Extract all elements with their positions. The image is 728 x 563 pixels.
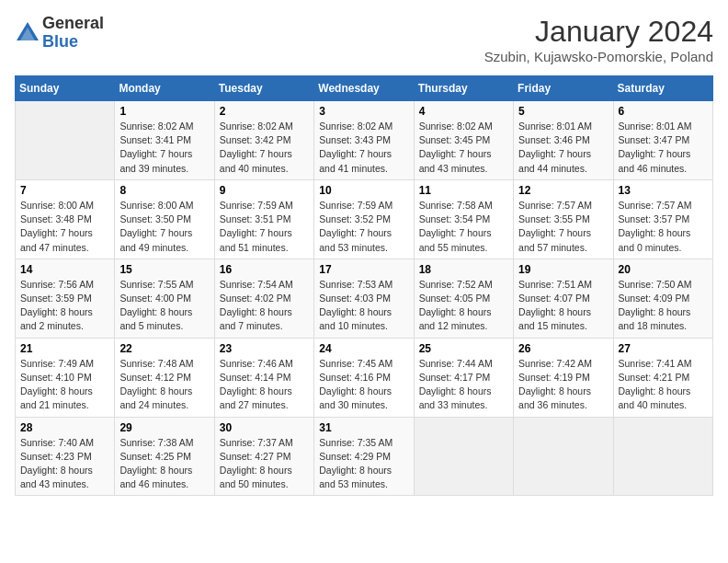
day-info: Sunrise: 7:38 AMSunset: 4:25 PMDaylight:…	[119, 436, 209, 492]
logo-icon	[15, 20, 40, 46]
day-number: 29	[119, 421, 209, 434]
day-info: Sunrise: 7:51 AMSunset: 4:07 PMDaylight:…	[518, 278, 608, 334]
day-number: 26	[518, 342, 608, 355]
day-info: Sunrise: 7:40 AMSunset: 4:23 PMDaylight:…	[20, 436, 109, 492]
day-number: 12	[518, 184, 608, 197]
weekday-header: Tuesday	[214, 76, 313, 101]
calendar-cell: 27Sunrise: 7:41 AMSunset: 4:21 PMDayligh…	[613, 338, 712, 417]
page-header: General Blue January 2024 Szubin, Kujaws…	[15, 15, 713, 64]
day-info: Sunrise: 7:35 AMSunset: 4:29 PMDaylight:…	[319, 436, 408, 492]
day-number: 16	[220, 263, 309, 276]
day-info: Sunrise: 8:01 AMSunset: 3:47 PMDaylight:…	[619, 120, 708, 176]
calendar-cell: 3Sunrise: 8:02 AMSunset: 3:43 PMDaylight…	[314, 101, 414, 180]
day-info: Sunrise: 7:48 AMSunset: 4:12 PMDaylight:…	[119, 357, 209, 413]
calendar-cell: 6Sunrise: 8:01 AMSunset: 3:47 PMDaylight…	[613, 101, 712, 180]
day-info: Sunrise: 7:57 AMSunset: 3:57 PMDaylight:…	[619, 199, 708, 255]
calendar-cell: 19Sunrise: 7:51 AMSunset: 4:07 PMDayligh…	[514, 259, 613, 338]
day-info: Sunrise: 8:02 AMSunset: 3:43 PMDaylight:…	[319, 120, 408, 176]
day-number: 14	[20, 263, 109, 276]
day-number: 4	[419, 105, 508, 118]
day-number: 1	[119, 105, 209, 118]
calendar-week-row: 28Sunrise: 7:40 AMSunset: 4:23 PMDayligh…	[16, 417, 713, 496]
day-number: 27	[619, 342, 708, 355]
calendar-cell: 2Sunrise: 8:02 AMSunset: 3:42 PMDaylight…	[214, 101, 313, 180]
day-info: Sunrise: 7:46 AMSunset: 4:14 PMDaylight:…	[220, 357, 309, 413]
day-number: 6	[619, 105, 708, 118]
day-number: 17	[319, 263, 408, 276]
calendar-cell	[16, 101, 115, 180]
day-number: 5	[518, 105, 608, 118]
calendar-week-row: 21Sunrise: 7:49 AMSunset: 4:10 PMDayligh…	[16, 338, 713, 417]
weekday-header: Saturday	[613, 76, 712, 101]
day-info: Sunrise: 7:59 AMSunset: 3:52 PMDaylight:…	[319, 199, 408, 255]
day-number: 15	[119, 263, 209, 276]
day-number: 3	[319, 105, 408, 118]
day-info: Sunrise: 7:57 AMSunset: 3:55 PMDaylight:…	[518, 199, 608, 255]
day-number: 24	[319, 342, 408, 355]
day-info: Sunrise: 7:59 AMSunset: 3:51 PMDaylight:…	[220, 199, 309, 255]
calendar-cell: 26Sunrise: 7:42 AMSunset: 4:19 PMDayligh…	[514, 338, 613, 417]
calendar-cell: 31Sunrise: 7:35 AMSunset: 4:29 PMDayligh…	[314, 417, 414, 496]
logo: General Blue	[15, 15, 104, 52]
logo-text: General Blue	[42, 15, 104, 52]
day-info: Sunrise: 8:00 AMSunset: 3:50 PMDaylight:…	[119, 199, 209, 255]
calendar-cell: 28Sunrise: 7:40 AMSunset: 4:23 PMDayligh…	[16, 417, 115, 496]
day-info: Sunrise: 7:49 AMSunset: 4:10 PMDaylight:…	[20, 357, 109, 413]
day-number: 22	[119, 342, 209, 355]
weekday-header: Thursday	[414, 76, 513, 101]
calendar-cell	[414, 417, 513, 496]
day-number: 19	[518, 263, 608, 276]
day-info: Sunrise: 7:55 AMSunset: 4:00 PMDaylight:…	[119, 278, 209, 334]
day-info: Sunrise: 7:45 AMSunset: 4:16 PMDaylight:…	[319, 357, 408, 413]
calendar-cell: 17Sunrise: 7:53 AMSunset: 4:03 PMDayligh…	[314, 259, 414, 338]
calendar-week-row: 7Sunrise: 8:00 AMSunset: 3:48 PMDaylight…	[16, 179, 713, 259]
calendar-cell: 18Sunrise: 7:52 AMSunset: 4:05 PMDayligh…	[414, 259, 513, 338]
calendar-cell: 1Sunrise: 8:02 AMSunset: 3:41 PMDaylight…	[115, 101, 214, 180]
day-number: 10	[319, 184, 408, 197]
calendar-cell: 11Sunrise: 7:58 AMSunset: 3:54 PMDayligh…	[414, 179, 513, 259]
calendar-cell: 4Sunrise: 8:02 AMSunset: 3:45 PMDaylight…	[414, 101, 513, 180]
calendar-cell: 25Sunrise: 7:44 AMSunset: 4:17 PMDayligh…	[414, 338, 513, 417]
calendar-week-row: 14Sunrise: 7:56 AMSunset: 3:59 PMDayligh…	[16, 259, 713, 338]
calendar-cell: 15Sunrise: 7:55 AMSunset: 4:00 PMDayligh…	[115, 259, 214, 338]
day-number: 7	[20, 184, 109, 197]
day-info: Sunrise: 8:02 AMSunset: 3:42 PMDaylight:…	[220, 120, 309, 176]
weekday-header: Monday	[115, 76, 214, 101]
day-info: Sunrise: 8:01 AMSunset: 3:46 PMDaylight:…	[518, 120, 608, 176]
day-info: Sunrise: 7:52 AMSunset: 4:05 PMDaylight:…	[419, 278, 508, 334]
calendar-cell: 5Sunrise: 8:01 AMSunset: 3:46 PMDaylight…	[514, 101, 613, 180]
weekday-header-row: SundayMondayTuesdayWednesdayThursdayFrid…	[16, 76, 713, 101]
day-number: 11	[419, 184, 508, 197]
day-number: 23	[220, 342, 309, 355]
calendar-cell: 20Sunrise: 7:50 AMSunset: 4:09 PMDayligh…	[613, 259, 712, 338]
day-info: Sunrise: 7:42 AMSunset: 4:19 PMDaylight:…	[518, 357, 608, 413]
calendar-cell: 30Sunrise: 7:37 AMSunset: 4:27 PMDayligh…	[214, 417, 313, 496]
day-number: 9	[220, 184, 309, 197]
calendar-cell	[514, 417, 613, 496]
calendar-cell	[613, 417, 712, 496]
weekday-header: Friday	[514, 76, 613, 101]
day-info: Sunrise: 8:02 AMSunset: 3:41 PMDaylight:…	[119, 120, 209, 176]
day-info: Sunrise: 7:50 AMSunset: 4:09 PMDaylight:…	[619, 278, 708, 334]
day-info: Sunrise: 8:00 AMSunset: 3:48 PMDaylight:…	[20, 199, 109, 255]
calendar-table: SundayMondayTuesdayWednesdayThursdayFrid…	[15, 75, 713, 496]
weekday-header: Sunday	[16, 76, 115, 101]
calendar-cell: 14Sunrise: 7:56 AMSunset: 3:59 PMDayligh…	[16, 259, 115, 338]
calendar-cell: 22Sunrise: 7:48 AMSunset: 4:12 PMDayligh…	[115, 338, 214, 417]
calendar-cell: 29Sunrise: 7:38 AMSunset: 4:25 PMDayligh…	[115, 417, 214, 496]
day-number: 20	[619, 263, 708, 276]
day-info: Sunrise: 7:37 AMSunset: 4:27 PMDaylight:…	[220, 436, 309, 492]
day-info: Sunrise: 8:02 AMSunset: 3:45 PMDaylight:…	[419, 120, 508, 176]
day-info: Sunrise: 7:41 AMSunset: 4:21 PMDaylight:…	[619, 357, 708, 413]
day-number: 8	[119, 184, 209, 197]
calendar-cell: 10Sunrise: 7:59 AMSunset: 3:52 PMDayligh…	[314, 179, 414, 259]
weekday-header: Wednesday	[314, 76, 414, 101]
title-block: January 2024 Szubin, Kujawsko-Pomorskie,…	[484, 15, 713, 64]
day-info: Sunrise: 7:54 AMSunset: 4:02 PMDaylight:…	[220, 278, 309, 334]
day-number: 30	[220, 421, 309, 434]
calendar-cell: 8Sunrise: 8:00 AMSunset: 3:50 PMDaylight…	[115, 179, 214, 259]
day-info: Sunrise: 7:53 AMSunset: 4:03 PMDaylight:…	[319, 278, 408, 334]
location: Szubin, Kujawsko-Pomorskie, Poland	[484, 49, 713, 64]
calendar-cell: 13Sunrise: 7:57 AMSunset: 3:57 PMDayligh…	[613, 179, 712, 259]
day-info: Sunrise: 7:56 AMSunset: 3:59 PMDaylight:…	[20, 278, 109, 334]
